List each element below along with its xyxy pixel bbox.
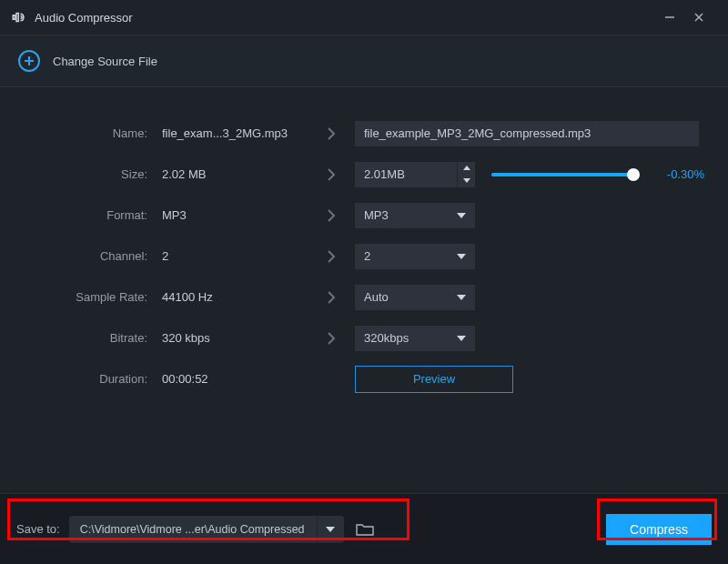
- row-duration: Duration: 00:00:52 Preview: [20, 358, 704, 399]
- original-bitrate: 320 kbps: [162, 331, 308, 345]
- save-to-label: Save to:: [16, 522, 60, 536]
- row-format: Format: MP3 MP3: [20, 195, 704, 236]
- size-slider[interactable]: [491, 173, 639, 176]
- row-channel: Channel: 2 2: [20, 236, 704, 277]
- format-select-value: MP3: [364, 208, 389, 222]
- close-button[interactable]: [684, 3, 713, 32]
- original-duration: 00:00:52: [162, 372, 308, 386]
- row-bitrate: Bitrate: 320 kbps 320kbps: [20, 317, 704, 358]
- svg-rect-1: [16, 14, 18, 22]
- label-bitrate: Bitrate:: [20, 331, 157, 345]
- original-channel: 2: [162, 249, 308, 263]
- arrow-icon: [313, 331, 349, 346]
- label-size: Size:: [20, 167, 157, 181]
- arrow-icon: [313, 126, 349, 141]
- app-icon: [11, 9, 27, 25]
- original-sample-rate: 44100 Hz: [162, 290, 308, 304]
- titlebar: Audio Compressor: [0, 0, 728, 35]
- original-name: file_exam...3_2MG.mp3: [162, 126, 308, 140]
- size-step-down[interactable]: [458, 175, 475, 187]
- bitrate-select-value: 320kbps: [364, 331, 409, 345]
- compress-button[interactable]: Compress: [606, 514, 712, 545]
- chevron-down-icon: [457, 295, 466, 300]
- settings-form: Name: file_exam...3_2MG.mp3 Size: 2.02 M…: [0, 87, 728, 399]
- change-source-row[interactable]: Change Source File: [0, 35, 728, 87]
- chevron-down-icon: [326, 527, 335, 532]
- row-sample-rate: Sample Rate: 44100 Hz Auto: [20, 277, 704, 317]
- label-name: Name:: [20, 126, 157, 140]
- footer: Save to: C:\Vidmore\Vidmore ...er\Audio …: [0, 493, 728, 564]
- save-path-text: C:\Vidmore\Vidmore ...er\Audio Compresse…: [69, 523, 317, 536]
- label-channel: Channel:: [20, 249, 157, 263]
- chevron-down-icon: [457, 254, 466, 259]
- output-name-input[interactable]: [355, 121, 699, 146]
- svg-rect-0: [13, 15, 15, 20]
- target-size-value: 2.01MB: [355, 167, 457, 181]
- chevron-down-icon: [457, 336, 466, 341]
- sample-rate-select-value: Auto: [364, 290, 389, 304]
- preview-button[interactable]: Preview: [355, 366, 513, 393]
- row-name: Name: file_exam...3_2MG.mp3: [20, 113, 704, 154]
- browse-folder-button[interactable]: [353, 518, 377, 541]
- save-path-dropdown[interactable]: [317, 516, 344, 543]
- bitrate-select[interactable]: 320kbps: [355, 326, 475, 351]
- size-delta: -0.30%: [657, 167, 704, 181]
- size-step-up[interactable]: [458, 162, 475, 175]
- format-select[interactable]: MP3: [355, 203, 475, 228]
- label-format: Format:: [20, 208, 157, 222]
- sample-rate-select[interactable]: Auto: [355, 285, 475, 310]
- channel-select-value: 2: [364, 249, 370, 263]
- plus-circle-icon: [18, 50, 40, 72]
- original-format: MP3: [162, 208, 308, 222]
- arrow-icon: [313, 249, 349, 264]
- minimize-button[interactable]: [655, 3, 684, 32]
- label-sample-rate: Sample Rate:: [20, 290, 157, 304]
- compress-button-label: Compress: [630, 522, 688, 537]
- label-duration: Duration:: [20, 372, 157, 386]
- save-to-group: Save to: C:\Vidmore\Vidmore ...er\Audio …: [16, 516, 377, 543]
- row-size: Size: 2.02 MB 2.01MB -0.30%: [20, 154, 704, 195]
- change-source-label: Change Source File: [53, 55, 157, 68]
- arrow-icon: [313, 208, 349, 223]
- arrow-icon: [313, 290, 349, 305]
- target-size-stepper[interactable]: 2.01MB: [355, 162, 475, 187]
- chevron-down-icon: [457, 213, 466, 218]
- save-path-control[interactable]: C:\Vidmore\Vidmore ...er\Audio Compresse…: [69, 516, 344, 543]
- preview-button-label: Preview: [413, 372, 455, 386]
- app-title: Audio Compressor: [35, 11, 133, 25]
- original-size: 2.02 MB: [162, 167, 308, 181]
- channel-select[interactable]: 2: [355, 244, 475, 269]
- arrow-icon: [313, 167, 349, 182]
